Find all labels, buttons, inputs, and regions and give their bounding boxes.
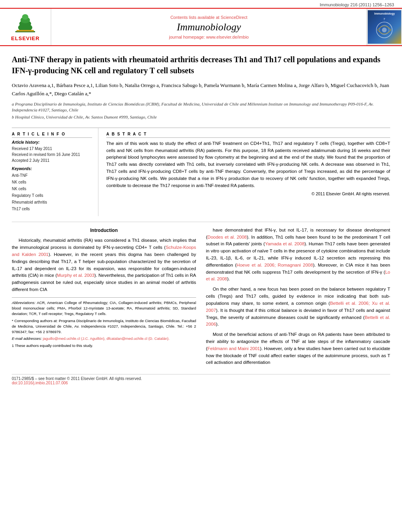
keywords-label: Keywords: [12,167,92,171]
article-info-heading: A R T I C L E I N F O [12,132,92,138]
accepted-date: Accepted 2 July 2011 [12,158,92,163]
cite-murphy[interactable]: Murphy et al. 2003 [57,273,94,278]
article-content: Anti-TNF therapy in patients with rheuma… [0,46,402,393]
keyword-2: NK cells [12,179,92,185]
cite-lo[interactable]: Lo et al. 2008 [206,270,390,282]
journal-homepage: journal homepage: www.elsevier.de/imbio [169,35,248,39]
affiliation-a: a Programa Disciplinario de Inmunología,… [12,101,390,113]
keyword-4: Regulatory T cells [12,192,92,199]
cite-doodes[interactable]: Doodes et al. 2008 [207,235,247,239]
copyright: © 2011 Elsevier GmbH. All rights reserve… [106,191,390,196]
journal-citation-bar: Immunobiology 216 (2011) 1256–1263 [0,0,402,8]
abbrev-label: Abbreviations: [12,300,35,305]
body-right-column: have demonstrated that IFN-γ, but not IL… [206,227,390,369]
body-section: Introduction Historically, rheumatoid ar… [12,222,390,369]
cite-bettelli2[interactable]: Bettelli et al. 2006 [206,315,390,327]
corresponding-label: * Corresponding authors at: [12,319,57,323]
info-abstract-section: A R T I C L E I N F O Article history: R… [12,128,390,216]
abstract-text: The aim of this work was to study the ef… [106,140,390,189]
publisher-logo-area: ELSEVIER [0,9,51,45]
elsevier-tree-icon [13,13,37,34]
journal-title: Immunobiology [177,21,241,33]
journal-title-area: Contents lists available at ScienceDirec… [51,9,367,45]
right-paragraph-1: have demonstrated that IFN-γ, but not IL… [206,227,390,283]
received-date: Received 17 May 2011 [12,146,92,152]
right-paragraph-3: Most of the beneficial actions of anti-T… [206,331,390,366]
elsevier-text: ELSEVIER [11,35,39,41]
email-footnote: E-mail addresses: jaguillo@med.uchile.cl… [12,336,196,341]
keyword-6: Th17 cells [12,206,92,212]
affiliation-b: b Hospital Clínico, Universidad de Chile… [12,114,390,120]
journal-cover-image: Immunobiology 7 [368,10,401,44]
article-title: Anti-TNF therapy in patients with rheuma… [12,54,390,76]
cite-hoeve[interactable]: Hoeve et al. 2006; Romagnani 2008 [237,263,313,267]
svg-rect-6 [17,30,34,32]
intro-heading: Introduction [12,227,196,234]
sciencedirect-link-text[interactable]: ScienceDirect [220,15,247,20]
abbrev-text: ACR, American College of Rheumatology; C… [12,300,196,316]
body-left-column: Introduction Historically, rheumatoid ar… [12,227,196,369]
abstract-heading: A B S T R A C T [106,132,390,138]
issn-text: 0171-2985/$ – see front matter © 2011 El… [12,376,142,381]
keyword-5: Rheumatoid arthritis [12,199,92,206]
svg-point-9 [382,28,387,32]
cite-yamada[interactable]: Yamada et al. 2008 [265,241,304,246]
journal-header: ELSEVIER Contents lists available at Sci… [0,8,402,46]
svg-text:7: 7 [383,17,385,21]
homepage-url[interactable]: www.elsevier.de/imbio [206,35,248,39]
abstract-column: A B S T R A C T The aim of this work was… [98,128,390,216]
doi-text[interactable]: doi:10.1016/j.imbio.2011.07.006 [12,381,68,385]
elsevier-logo: ELSEVIER [11,13,39,41]
article-info-column: A R T I C L E I N F O Article history: R… [12,128,98,216]
keyword-1: Anti-TNF [12,172,92,179]
right-paragraph-2: On the other hand, a new focus has been … [206,286,390,328]
sciencedirect-info: Contents lists available at ScienceDirec… [170,15,248,20]
intro-paragraph-1: Historically, rheumatoid arthritis (RA) … [12,237,196,293]
svg-point-5 [22,14,28,20]
cite-schulze[interactable]: Schulze-Koops and Kalden 2001 [12,245,196,257]
journal-citation: Immunobiology 216 (2011) 1256–1263 [320,2,394,7]
footnote-1: 1 These authors equally contributed to t… [12,343,196,348]
authors-text: Octavio Aravena a,1, Bárbara Pesce a,1, … [12,82,389,96]
email-label: E-mail addresses: [12,336,42,341]
page-wrapper: Immunobiology 216 (2011) 1256–1263 [0,0,402,532]
cover-title-text: Immunobiology [374,12,395,15]
cover-art-icon: 7 [370,16,399,40]
bottom-bar: 0171-2985/$ – see front matter © 2011 El… [12,374,390,385]
history-label: Article history: [12,140,92,145]
revised-date: Received in revised form 16 June 2011 [12,152,92,158]
keyword-3: NK cells [12,185,92,192]
footnote-area: Abbreviations: ACR, American College of … [12,297,196,348]
cite-bettelli[interactable]: Bettelli et al. 2006; Xu et al. 2007 [206,301,390,313]
cite-feldmann[interactable]: Feldmann and Maini 2001 [207,346,260,351]
authors-line: Octavio Aravena a,1, Bárbara Pesce a,1, … [12,82,390,98]
abbreviations-footnote: Abbreviations: ACR, American College of … [12,300,196,317]
corresponding-footnote: * Corresponding authors at: Programa Dis… [12,318,196,335]
journal-cover-area: Immunobiology 7 [367,9,402,45]
email-text[interactable]: jaguillo@med.uchile.cl (J.C. Aguillón), … [43,336,170,341]
